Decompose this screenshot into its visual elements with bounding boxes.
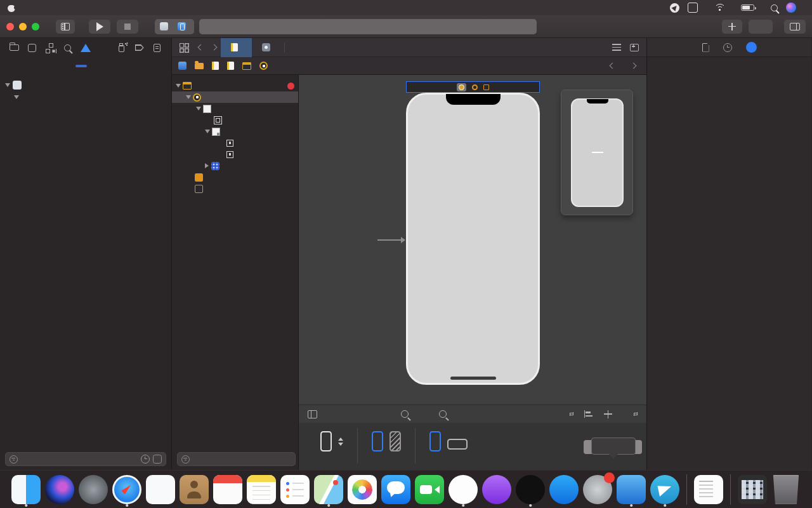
back-chevron-icon[interactable] bbox=[198, 44, 204, 51]
outline-row-frame-layout-guide[interactable] bbox=[172, 149, 298, 160]
dock-item-telegram[interactable] bbox=[649, 472, 681, 507]
outline-filter-field[interactable] bbox=[177, 452, 296, 466]
dock-item-trash[interactable] bbox=[770, 472, 802, 507]
tab-main-storyboard[interactable] bbox=[221, 38, 252, 57]
storyboard-canvas[interactable] bbox=[299, 75, 646, 404]
location-services-icon[interactable] bbox=[670, 3, 679, 13]
disclosure-triangle-icon[interactable] bbox=[176, 84, 181, 88]
outline-row-exit[interactable] bbox=[172, 183, 298, 194]
symbol-navigator-icon[interactable] bbox=[44, 42, 56, 53]
minimize-window-button[interactable] bbox=[19, 23, 27, 30]
dock-item-xcode[interactable] bbox=[615, 472, 647, 507]
disclosure-triangle-icon[interactable] bbox=[5, 83, 10, 87]
breadcrumb-scene[interactable] bbox=[242, 62, 254, 70]
close-window-button[interactable] bbox=[6, 23, 14, 30]
file-inspector-icon[interactable] bbox=[702, 43, 709, 52]
scheme-selector[interactable] bbox=[155, 19, 194, 34]
breadcrumb-project[interactable] bbox=[178, 62, 190, 70]
recent-files-icon[interactable] bbox=[141, 455, 150, 464]
orientation-portrait-icon[interactable] bbox=[429, 431, 441, 451]
input-source-icon[interactable] bbox=[688, 3, 698, 13]
outline-row-view[interactable] bbox=[172, 103, 298, 114]
dock-item-screenshots-folder[interactable] bbox=[737, 472, 768, 507]
help-inspector-icon[interactable] bbox=[746, 42, 757, 53]
appearance-light-icon[interactable] bbox=[372, 431, 383, 451]
outline-filter-input[interactable] bbox=[193, 455, 291, 464]
outline-row-first-responder[interactable] bbox=[172, 171, 298, 183]
disclosure-triangle-icon[interactable] bbox=[186, 95, 191, 99]
dock-item-siri[interactable] bbox=[44, 472, 75, 507]
version-editor-button[interactable] bbox=[749, 20, 773, 34]
tab-overview-icon[interactable] bbox=[180, 43, 188, 51]
breadcrumb-view-controller[interactable] bbox=[259, 62, 271, 70]
device-phone-icon[interactable] bbox=[320, 431, 332, 451]
breadcrumb-file[interactable] bbox=[212, 62, 222, 70]
dock-item-launchpad[interactable] bbox=[77, 472, 109, 507]
disclosure-triangle-icon[interactable] bbox=[205, 163, 209, 168]
report-navigator-icon[interactable] bbox=[152, 42, 163, 53]
source-control-navigator-icon[interactable] bbox=[26, 42, 37, 53]
battery-icon[interactable] bbox=[741, 4, 754, 11]
clear-filter-icon[interactable] bbox=[153, 455, 162, 464]
library-button[interactable] bbox=[722, 20, 742, 34]
siri-icon[interactable] bbox=[786, 3, 796, 13]
dock-item-photos[interactable] bbox=[346, 472, 378, 507]
device-preview-thumbnail[interactable] bbox=[561, 90, 633, 215]
stop-button[interactable] bbox=[117, 20, 138, 34]
next-issue-icon[interactable] bbox=[631, 63, 637, 69]
project-navigator-icon[interactable] bbox=[8, 42, 20, 53]
apple-menu-icon[interactable] bbox=[8, 3, 16, 12]
run-button[interactable] bbox=[89, 20, 110, 34]
scene-dock-view-controller-icon[interactable] bbox=[457, 83, 466, 91]
dock-item-mail[interactable] bbox=[145, 472, 176, 507]
outline-row-scene[interactable] bbox=[172, 80, 298, 91]
issue-row-group[interactable] bbox=[0, 91, 171, 100]
test-navigator-icon[interactable] bbox=[98, 42, 109, 53]
update-frames-icon[interactable] bbox=[570, 413, 573, 415]
dock-item-system-preferences[interactable] bbox=[582, 472, 613, 507]
editor-options-icon[interactable] bbox=[612, 44, 621, 51]
issue-row-detail[interactable] bbox=[0, 100, 171, 104]
dock-item-tv[interactable] bbox=[514, 472, 546, 507]
wifi-icon[interactable] bbox=[714, 4, 724, 11]
view-controller-canvas[interactable] bbox=[406, 93, 540, 385]
dock-item-finder[interactable] bbox=[10, 472, 42, 507]
align-icon[interactable] bbox=[584, 410, 593, 418]
outline-row-content-layout-guide[interactable] bbox=[172, 137, 298, 149]
forward-chevron-icon[interactable] bbox=[211, 44, 218, 51]
outline-row-safe-area[interactable] bbox=[172, 114, 298, 126]
debug-navigator-icon[interactable] bbox=[115, 42, 127, 53]
dock-item-calendar[interactable] bbox=[212, 472, 244, 507]
tab-assets-xcassets[interactable] bbox=[252, 38, 284, 57]
disclosure-triangle-icon[interactable] bbox=[196, 107, 201, 110]
tab-buildtime[interactable] bbox=[75, 65, 87, 67]
dock-item-textedit[interactable] bbox=[693, 472, 724, 507]
storyboard-entry-point-arrow[interactable] bbox=[377, 239, 404, 241]
zoom-window-button[interactable] bbox=[32, 23, 39, 30]
add-constraints-icon[interactable] bbox=[604, 410, 612, 418]
find-navigator-icon[interactable] bbox=[62, 42, 74, 53]
breakpoint-navigator-icon[interactable] bbox=[134, 42, 145, 53]
zoom-out-icon[interactable] bbox=[401, 410, 409, 418]
dock-item-messages[interactable] bbox=[380, 472, 412, 507]
outline-row-view-controller[interactable] bbox=[172, 91, 298, 103]
dock-item-facetime[interactable] bbox=[414, 472, 445, 507]
history-inspector-icon[interactable] bbox=[723, 43, 732, 52]
dock-item-safari[interactable] bbox=[111, 472, 143, 507]
toggle-document-outline-icon[interactable] bbox=[308, 410, 317, 418]
scene-dock[interactable] bbox=[406, 81, 540, 93]
navigator-filter-field[interactable] bbox=[5, 452, 166, 466]
previous-issue-icon[interactable] bbox=[610, 63, 616, 69]
scene-dock-exit-icon[interactable] bbox=[483, 84, 489, 90]
dock-item-contacts[interactable] bbox=[178, 472, 210, 507]
appearance-dark-icon[interactable] bbox=[390, 431, 401, 451]
disclosure-triangle-icon[interactable] bbox=[205, 130, 210, 133]
zoom-in-icon[interactable] bbox=[439, 410, 447, 418]
breadcrumb-localization[interactable] bbox=[227, 62, 237, 70]
issue-row-project[interactable] bbox=[0, 79, 171, 91]
dock-item-notes[interactable] bbox=[246, 472, 277, 507]
outline-row-constraints[interactable] bbox=[172, 160, 298, 171]
disclosure-triangle-icon[interactable] bbox=[14, 95, 19, 99]
outline-row-scroll-view[interactable] bbox=[172, 126, 298, 137]
device-stepper[interactable] bbox=[338, 438, 343, 446]
